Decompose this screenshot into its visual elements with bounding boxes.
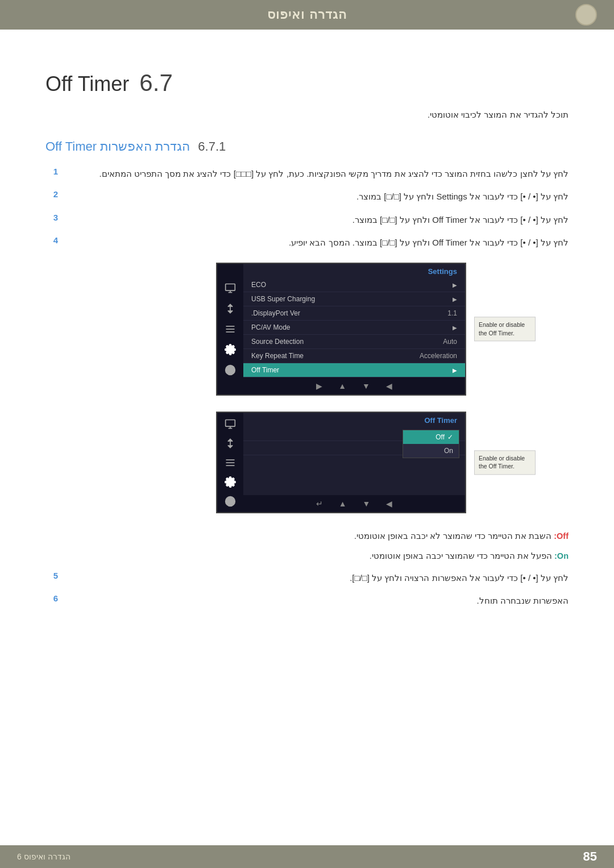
offtimer-panel-header: Off Timer	[243, 413, 465, 427]
gear-icon	[223, 343, 238, 356]
settings-row-pcav: ▶ PC/AV Mode	[243, 321, 465, 335]
screen-mock-2-wrap: Off Timer Off Timer Turn Off After ✓ Off	[45, 412, 569, 513]
pcav-arrow: ▶	[453, 325, 457, 331]
section-number: 6.7	[139, 69, 172, 97]
settings-row-eco: ▶ ECO	[243, 278, 465, 292]
step-5-text: לחץ על [• / •] כדי לעבור אל האפשרות הרצו…	[64, 571, 569, 585]
monitor-icon-2	[223, 418, 238, 430]
step-3-text: לחץ על [• / •] כדי לעבור אל Off Timer ול…	[64, 213, 569, 227]
sidebar-icons-2	[217, 413, 243, 512]
option-on-label: On	[444, 447, 453, 455]
main-content: 6.7 Off Timer תוכל להגדיר את המוצר לכיבו…	[0, 30, 614, 859]
nav-bar-2: ◀ ▼ ▲ ↵	[243, 495, 465, 512]
screen-mock-1-wrap: Settings ▶ ECO ▶ USB Super Charging 1.1 …	[45, 263, 569, 396]
footer-page-number: 85	[583, 849, 597, 864]
top-header: הגדרה ואיפוס	[0, 0, 614, 30]
step-6-number: 6	[45, 593, 58, 603]
option-off: ✓ Off	[403, 430, 459, 444]
step-2-number: 2	[45, 189, 58, 199]
step-5-number: 5	[45, 571, 58, 580]
svg-rect-0	[226, 284, 235, 291]
section-title: Off Timer	[45, 72, 129, 96]
note-on: On: הפעל את הטיימר כדי שהמוצר יכבה באופן…	[45, 549, 569, 563]
screen-mock-2-outer: Off Timer Off Timer Turn Off After ✓ Off	[148, 412, 466, 513]
screen-mock-2: Off Timer Off Timer Turn Off After ✓ Off	[216, 412, 466, 513]
tooltip-2: Enable or disable the Off Timer.	[474, 450, 536, 475]
svg-rect-11	[226, 420, 235, 426]
settings-row-source: Auto Source Detection	[243, 335, 465, 349]
nav-down: ▼	[359, 380, 374, 392]
note-off: Off: השבת את הטיימר כדי שהמוצר לא יכבה ב…	[45, 529, 569, 543]
step-4-number: 4	[45, 235, 58, 245]
gear-icon-2	[223, 476, 238, 488]
monitor-icon	[223, 282, 238, 294]
header-circle-icon	[575, 4, 597, 26]
step-3-number: 3	[45, 213, 58, 222]
screen-mock-1: Settings ▶ ECO ▶ USB Super Charging 1.1 …	[216, 263, 466, 396]
option-off-label: Off	[435, 433, 445, 441]
tooltip-1: Enable or disable the Off Timer.	[474, 317, 536, 341]
nav-left-2: ◀	[383, 498, 396, 509]
lines-icon	[223, 323, 238, 335]
step-1: לחץ על לחצן כלשהו בחזית המוצר כדי להציג …	[45, 167, 569, 181]
eco-arrow: ▶	[453, 282, 457, 288]
footer-bar: 85 הגדרה ואיפוס 6	[0, 845, 614, 868]
arrows-icon	[223, 302, 238, 315]
sidebar-icons-1	[217, 264, 243, 394]
note-off-text: השבת את הטיימר כדי שהמוצר לא יכבה באופן …	[354, 531, 551, 541]
note-on-text: הפעל את הטיימר כדי שהמוצר יכבה באופן אוט…	[370, 551, 552, 560]
note-on-label: On:	[554, 551, 569, 560]
step-1-text: לחץ על לחצן כלשהו בחזית המוצר כדי להציג …	[64, 167, 569, 181]
footer-text: הגדרה ואיפוס 6	[17, 852, 70, 861]
nav-left: ◀	[383, 380, 396, 392]
lines-icon-2	[223, 457, 238, 468]
subsection-number: 6.7.1	[198, 139, 226, 154]
offtimer-arrow: ▶	[453, 367, 457, 373]
step-3: לחץ על [• / •] כדי לעבור אל Off Timer ול…	[45, 213, 569, 227]
settings-panel-1: Settings ▶ ECO ▶ USB Super Charging 1.1 …	[243, 264, 465, 394]
step-5: לחץ על [• / •] כדי לעבור אל האפשרות הרצו…	[45, 571, 569, 585]
nav-up: ▲	[335, 380, 350, 392]
step-2: לחץ על [• / •] כדי לעבור אל Settings ולח…	[45, 189, 569, 204]
step-2-text: לחץ על [• / •] כדי לעבור אל Settings ולח…	[64, 189, 569, 204]
subsection-title: הגדרת האפשרות Off Timer	[45, 139, 190, 154]
header-title: הגדרה ואיפוס	[267, 7, 346, 22]
step-1-number: 1	[45, 167, 58, 176]
screen-mock-1-outer: Settings ▶ ECO ▶ USB Super Charging 1.1 …	[148, 263, 466, 396]
nav-down-2: ▼	[359, 498, 374, 509]
step-6-text: האפשרות שנבחרה תוחל.	[64, 593, 569, 608]
nav-up-2: ▲	[335, 498, 350, 509]
usb-arrow: ▶	[453, 296, 457, 302]
settings-row-keyrepeat: Acceleration Key Repeat Time	[243, 349, 465, 363]
check-icon: ✓	[447, 433, 453, 441]
nav-enter-2: ↵	[313, 498, 326, 509]
settings-row-offtimer: ▶ Off Timer	[243, 363, 465, 377]
step-6: האפשרות שנבחרה תוחל. 6	[45, 593, 569, 608]
info-icon-2	[223, 496, 238, 507]
settings-row-displayport: 1.1 DisplayPort Ver.	[243, 306, 465, 321]
info-icon	[223, 364, 238, 376]
nav-bar-1: ◀ ▼ ▲ ▶	[243, 377, 465, 394]
subsection-title-row: 6.7.1 הגדרת האפשרות Off Timer	[45, 139, 569, 154]
option-dropdown: ✓ Off On	[403, 430, 459, 458]
offtimer-panel: Off Timer Off Timer Turn Off After ✓ Off	[243, 413, 465, 512]
settings-header-1: Settings	[243, 264, 465, 278]
settings-row-usb: ▶ USB Super Charging	[243, 292, 465, 306]
arrows-icon-2	[223, 438, 238, 449]
option-on: On	[403, 444, 459, 458]
step-4: לחץ על [• / •] כדי לעבור אל Off Timer ול…	[45, 235, 569, 250]
section-title-row: 6.7 Off Timer	[45, 69, 569, 97]
note-off-label: Off:	[554, 531, 569, 541]
nav-right: ▶	[313, 380, 326, 392]
step-4-text: לחץ על [• / •] כדי לעבור אל Off Timer ול…	[64, 235, 569, 250]
intro-text: תוכל להגדיר את המוצר לכיבוי אוטומטי.	[45, 107, 569, 122]
